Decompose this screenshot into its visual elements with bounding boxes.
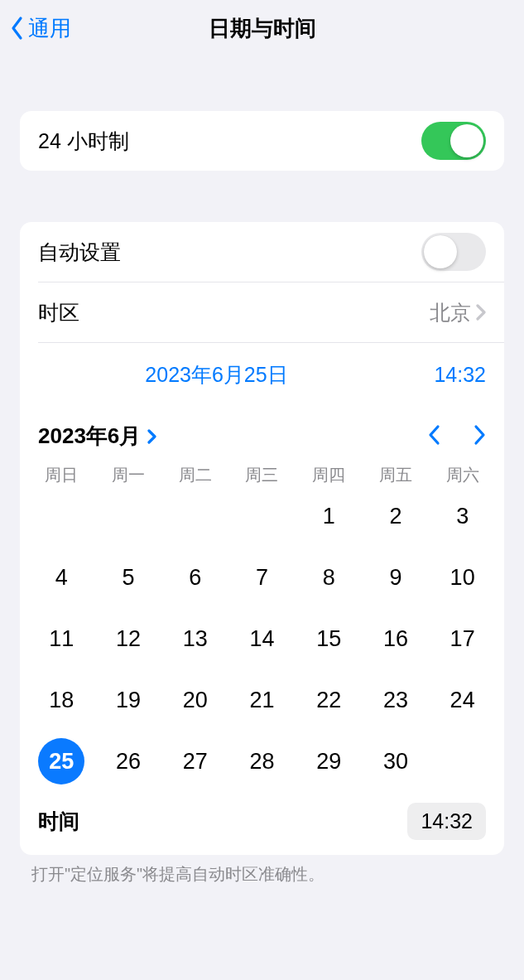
day-cell[interactable]: 29 [305, 738, 352, 784]
chevron-left-icon [10, 16, 25, 41]
switch-auto[interactable] [421, 233, 486, 271]
weekday-label: 周六 [429, 464, 496, 486]
day-cell[interactable]: 3 [440, 493, 486, 539]
day-cell[interactable]: 1 [305, 493, 352, 539]
day-cell[interactable]: 27 [172, 738, 219, 784]
month-label: 2023年6月 [38, 422, 141, 451]
day-cell[interactable]: 26 [105, 738, 151, 784]
row-timezone[interactable]: 时区 北京 [20, 282, 504, 342]
day-cell[interactable]: 9 [373, 554, 419, 601]
group-datetime: 自动设置 时区 北京 2023年6月25日 14:32 2023年6月 周日周一… [20, 222, 504, 855]
weekday-label: 周日 [28, 464, 95, 486]
chevron-right-icon [476, 304, 486, 321]
back-label: 通用 [28, 14, 71, 43]
row-auto: 自动设置 [20, 222, 504, 282]
day-cell-empty [161, 491, 228, 541]
month-picker[interactable]: 2023年6月 [38, 422, 157, 451]
day-cell[interactable]: 16 [373, 616, 419, 662]
chevron-right-icon [147, 428, 157, 445]
day-cell[interactable]: 14 [238, 616, 285, 662]
row-auto-label: 自动设置 [38, 239, 421, 266]
row-timezone-label: 时区 [38, 299, 430, 326]
day-cell[interactable]: 10 [440, 554, 486, 601]
page-title: 日期与时间 [0, 14, 524, 43]
day-cell[interactable]: 19 [105, 677, 151, 723]
chevron-left-icon [428, 424, 441, 446]
day-cell[interactable]: 18 [38, 677, 84, 723]
day-cell[interactable]: 15 [305, 616, 352, 662]
day-cell[interactable]: 24 [440, 677, 486, 723]
row-timezone-value: 北京 [430, 299, 471, 326]
day-cell[interactable]: 4 [38, 554, 84, 601]
time-row-label: 时间 [38, 808, 407, 835]
footer-note: 打开"定位服务"将提高自动时区准确性。 [0, 855, 524, 886]
weekday-label: 周一 [95, 464, 162, 486]
prev-month-button[interactable] [428, 424, 441, 449]
switch-knob [424, 235, 457, 268]
next-month-button[interactable] [473, 424, 486, 449]
back-button[interactable]: 通用 [10, 14, 71, 43]
group-24h: 24 小时制 [20, 111, 504, 171]
day-cell[interactable]: 23 [373, 677, 419, 723]
weekday-header: 周日周一周二周三周四周五周六 [20, 454, 504, 486]
weekday-label: 周五 [363, 464, 430, 486]
day-cell[interactable]: 2 [373, 493, 419, 539]
weekday-label: 周四 [296, 464, 363, 486]
day-cell[interactable]: 17 [440, 616, 486, 662]
day-cell-empty [228, 491, 296, 541]
day-cell-empty [95, 491, 162, 541]
day-cell[interactable]: 13 [172, 616, 219, 662]
day-cell[interactable]: 5 [105, 554, 151, 601]
row-24h: 24 小时制 [20, 111, 504, 171]
weekday-label: 周三 [228, 464, 296, 486]
summary-time[interactable]: 14:32 [395, 363, 486, 387]
summary-date[interactable]: 2023年6月25日 [38, 361, 395, 389]
day-cell[interactable]: 21 [238, 677, 285, 723]
day-cell[interactable]: 22 [305, 677, 352, 723]
chevron-right-icon [473, 424, 486, 446]
day-cell[interactable]: 8 [305, 554, 352, 601]
day-cell[interactable]: 28 [238, 738, 285, 784]
day-grid: 1234567891011121314151617181920212223242… [20, 486, 504, 794]
switch-24h[interactable] [421, 122, 486, 160]
day-cell[interactable]: 25 [38, 738, 84, 784]
weekday-label: 周二 [161, 464, 228, 486]
switch-knob [450, 124, 483, 157]
day-cell-empty [28, 491, 95, 541]
time-picker[interactable]: 14:32 [407, 803, 486, 840]
day-cell[interactable]: 30 [373, 738, 419, 784]
day-cell[interactable]: 7 [238, 554, 285, 601]
day-cell[interactable]: 20 [172, 677, 219, 723]
row-24h-label: 24 小时制 [38, 128, 421, 155]
datetime-summary: 2023年6月25日 14:32 [20, 343, 504, 407]
day-cell[interactable]: 12 [105, 616, 151, 662]
day-cell[interactable]: 11 [38, 616, 84, 662]
day-cell[interactable]: 6 [172, 554, 219, 601]
